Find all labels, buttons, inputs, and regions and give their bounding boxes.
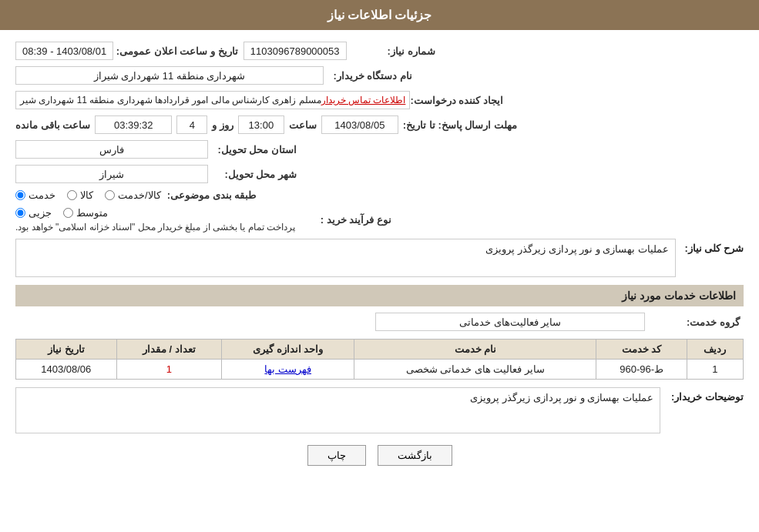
need-number-value: 1103096789000053 xyxy=(243,42,347,60)
col-need-date: تاریخ نیاز xyxy=(16,340,117,360)
page-title: جزئیات اطلاعات نیاز xyxy=(0,0,759,30)
radio-medium[interactable]: متوسط xyxy=(63,207,108,219)
buyer-desc-value: عملیات بهسازی و نور پردازی زیرگذر پرویزی xyxy=(470,392,653,403)
buyer-desc-box: عملیات بهسازی و نور پردازی زیرگذر پرویزی xyxy=(15,387,660,433)
print-button[interactable]: چاپ xyxy=(307,445,366,466)
city-row: شهر محل تحویل: شیراز xyxy=(15,165,744,183)
col-row-num: ردیف xyxy=(687,340,743,360)
col-service-name: نام خدمت xyxy=(354,340,596,360)
purchase-type-label: نوع فرآیند خرید : xyxy=(303,214,395,226)
province-value: فارس xyxy=(15,140,208,159)
service-group-label: گروه خدمت: xyxy=(651,316,744,328)
cell-quantity: 1 xyxy=(116,360,222,380)
creator-contact-link[interactable]: اطلاعات تماس خریدار xyxy=(321,95,406,105)
radio-goods-service[interactable]: کالا/خدمت xyxy=(105,189,161,201)
need-number-label: شماره نیاز: xyxy=(347,45,439,57)
category-row: طبقه بندی موضوعی: کالا/خدمت کالا خدمت xyxy=(15,189,744,201)
creator-name-text: مسلم زاهری کارشناس مالی امور قراردادها ش… xyxy=(20,95,321,105)
deadline-days: 4 xyxy=(176,115,207,134)
general-desc-section: شرح کلی نیاز: عملیات بهسازی و نور پردازی… xyxy=(15,239,744,277)
purchase-type-row: نوع فرآیند خرید : متوسط جزیی پرداخت تمام… xyxy=(15,207,744,233)
category-label: طبقه بندی موضوعی: xyxy=(167,189,260,201)
cell-unit[interactable]: فهرست بها xyxy=(222,360,354,380)
city-value: شیراز xyxy=(15,165,208,183)
service-group-row: گروه خدمت: سایر فعالیت‌های خدماتی xyxy=(15,313,744,331)
general-desc-box: عملیات بهسازی و نور پردازی زیرگذر پرویزی xyxy=(15,239,676,277)
buyer-org-label: نام دستگاه خریدار: xyxy=(324,70,416,82)
announce-label: تاریخ و ساعت اعلان عمومی: xyxy=(116,45,238,57)
purchase-note: پرداخت تمام یا بخشی از مبلغ خریدار محل "… xyxy=(15,222,295,233)
deadline-date: 1403/08/05 xyxy=(321,115,398,134)
deadline-day-label: روز و xyxy=(212,119,233,131)
category-radio-group: کالا/خدمت کالا خدمت xyxy=(15,189,161,201)
cell-service-name: سایر فعالیت های خدماتی شخصی xyxy=(354,360,596,380)
buyer-desc-label: توضیحات خریدار: xyxy=(667,387,744,403)
general-desc-label: شرح کلی نیاز: xyxy=(682,239,744,254)
buttons-row: بازگشت چاپ xyxy=(15,445,744,466)
province-row: استان محل تحویل: فارس xyxy=(15,140,744,159)
deadline-time-label: ساعت xyxy=(289,119,317,131)
radio-partial[interactable]: جزیی xyxy=(15,207,52,219)
col-quantity: تعداد / مقدار xyxy=(116,340,222,360)
city-label: شهر محل تحویل: xyxy=(208,169,301,180)
services-header: اطلاعات خدمات مورد نیاز xyxy=(15,285,744,306)
general-desc-value: عملیات بهسازی و نور پردازی زیرگذر پرویزی xyxy=(485,243,669,255)
back-button[interactable]: بازگشت xyxy=(378,445,452,466)
deadline-remaining: 03:39:32 xyxy=(95,115,172,134)
cell-row-num: 1 xyxy=(687,360,743,380)
col-service-code: کد خدمت xyxy=(596,340,687,360)
deadline-row: مهلت ارسال پاسخ: تا تاریخ: 1403/08/05 سا… xyxy=(15,115,744,134)
creator-value: اطلاعات تماس خریدار مسلم زاهری کارشناس م… xyxy=(15,91,410,109)
buyer-org-value: شهرداری منطقه 11 شهرداری شیراز xyxy=(15,66,324,85)
need-number-row: شماره نیاز: 1103096789000053 تاریخ و ساع… xyxy=(15,42,744,60)
services-table: ردیف کد خدمت نام خدمت واحد اندازه گیری ت… xyxy=(15,339,744,380)
radio-goods[interactable]: کالا xyxy=(67,189,93,201)
deadline-remaining-label: ساعت باقی مانده xyxy=(15,119,90,131)
creator-row: ایجاد کننده درخواست: اطلاعات تماس خریدار… xyxy=(15,91,744,109)
table-row: 1 ط-96-960 سایر فعالیت های خدماتی شخصی ف… xyxy=(16,360,744,380)
cell-need-date: 1403/08/06 xyxy=(16,360,117,380)
creator-label: ایجاد کننده درخواست: xyxy=(410,95,507,106)
deadline-time: 13:00 xyxy=(238,115,284,134)
cell-service-code: ط-96-960 xyxy=(596,360,687,380)
col-unit: واحد اندازه گیری xyxy=(222,340,354,360)
announce-value: 1403/08/01 - 08:39 xyxy=(15,42,113,60)
buyer-desc-section: توضیحات خریدار: عملیات بهسازی و نور پردا… xyxy=(15,387,744,433)
purchase-type-radio-group: متوسط جزیی xyxy=(15,207,295,219)
service-group-value: سایر فعالیت‌های خدماتی xyxy=(375,313,645,331)
radio-service[interactable]: خدمت xyxy=(15,189,55,201)
buyer-org-row: نام دستگاه خریدار: شهرداری منطقه 11 شهرد… xyxy=(15,66,744,85)
province-label: استان محل تحویل: xyxy=(208,144,301,156)
deadline-label: مهلت ارسال پاسخ: تا تاریخ: xyxy=(403,119,521,131)
